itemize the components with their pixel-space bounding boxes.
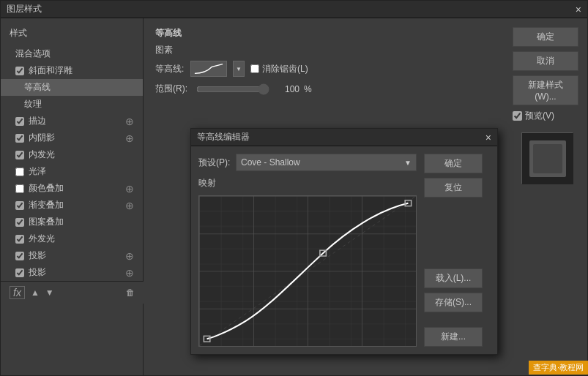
contour-editor-title: 等高线编辑器 (197, 131, 250, 143)
drop-shadow1-plus-icon[interactable]: ⊕ (125, 250, 134, 262)
sidebar-item-drop-shadow-2[interactable]: 投影 ⊕ (1, 264, 143, 281)
contour-reset-button[interactable]: 复位 (424, 178, 483, 198)
sidebar-item-inner-glow[interactable]: 内发光 (1, 146, 143, 163)
sidebar-item-label: 内发光 (29, 148, 55, 161)
svg-rect-2 (533, 144, 562, 173)
contour-editor-close-button[interactable]: × (485, 132, 491, 143)
contour-preview[interactable] (190, 61, 227, 77)
sidebar-item-texture[interactable]: 纹理 (1, 96, 143, 113)
preview-label: 预览(V) (525, 110, 554, 122)
drop-shadow2-plus-icon[interactable]: ⊕ (125, 267, 134, 279)
range-label: 范围(R): (155, 83, 192, 95)
trash-icon[interactable]: 🗑 (126, 287, 135, 298)
contour-row: 等高线: ▼ 消除锯齿(L) (155, 61, 495, 77)
gradient-overlay-plus-icon[interactable]: ⊕ (125, 200, 134, 211)
contour-dropdown-arrow[interactable]: ▼ (233, 61, 245, 77)
range-value: 100 (274, 84, 299, 94)
new-style-button[interactable]: 新建样式(W)... (513, 75, 578, 105)
sidebar-item-label: 混合选项 (15, 48, 51, 60)
sidebar-item-label: 纹理 (24, 98, 42, 110)
contour-confirm-button[interactable]: 确定 (424, 154, 483, 173)
inner-shadow-checkbox[interactable] (15, 134, 24, 143)
sidebar-top-label: 样式 (1, 24, 143, 42)
right-panel: 确定 取消 新建样式(W)... 预览(V) (507, 18, 587, 375)
sidebar: 样式 混合选项 斜面和浮雕 等高线 纹理 描边 ⊕ (1, 18, 144, 375)
confirm-button[interactable]: 确定 (513, 27, 578, 47)
move-down-button[interactable]: ▼ (45, 287, 54, 298)
cancel-button[interactable]: 取消 (513, 51, 578, 71)
inner-glow-checkbox[interactable] (15, 151, 24, 159)
move-up-button[interactable]: ▲ (31, 287, 40, 298)
contour-label: 等高线: (155, 63, 185, 75)
outer-glow-checkbox[interactable] (15, 235, 24, 244)
sidebar-item-label: 光泽 (29, 165, 46, 178)
sidebar-item-inner-shadow[interactable]: 内阴影 ⊕ (1, 129, 143, 146)
contour-editor-body: 预设(P): Cove - Shallow ▼ 映射 (191, 146, 497, 354)
sub-title: 图素 (155, 44, 495, 56)
contour-editor-right: 确定 复位 载入(L)... 存储(S)... 新建... (424, 154, 490, 347)
main-dialog-title: 图层样式 (7, 3, 42, 15)
sidebar-item-label: 外发光 (29, 233, 55, 245)
sidebar-item-drop-shadow-1[interactable]: 投影 ⊕ (1, 247, 143, 264)
percent-label: % (304, 84, 312, 94)
sidebar-item-label: 内阴影 (29, 132, 55, 144)
anti-alias-label: 消除锯齿(L) (262, 63, 308, 75)
gradient-overlay-checkbox[interactable] (15, 201, 24, 210)
sidebar-footer: fx ▲ ▼ 🗑 (1, 281, 144, 304)
satin-checkbox[interactable] (15, 168, 24, 176)
main-close-button[interactable]: × (576, 4, 581, 15)
contour-load-button[interactable]: 载入(L)... (424, 268, 483, 288)
sidebar-item-label: 投影 (29, 266, 46, 279)
sidebar-item-contour[interactable]: 等高线 (1, 79, 143, 96)
sidebar-item-outer-glow[interactable]: 外发光 (1, 230, 143, 247)
drop-shadow1-checkbox[interactable] (15, 252, 24, 260)
sidebar-item-label: 渐变叠加 (29, 199, 64, 211)
curve-canvas[interactable] (198, 195, 417, 347)
sidebar-item-label: 描边 (29, 115, 46, 127)
section-title: 等高线 (155, 27, 495, 40)
preset-value: Cove - Shallow (241, 157, 300, 168)
drop-shadow2-checkbox[interactable] (15, 268, 24, 277)
preview-box (521, 132, 573, 184)
sidebar-item-label: 斜面和浮雕 (29, 64, 72, 77)
sidebar-item-label: 图案叠加 (29, 216, 64, 228)
watermark: 查字典·教程网 (529, 361, 588, 375)
inner-shadow-plus-icon[interactable]: ⊕ (125, 132, 134, 144)
anti-alias-row: 消除锯齿(L) (250, 63, 308, 75)
contour-save-button[interactable]: 存储(S)... (424, 293, 483, 312)
color-overlay-checkbox[interactable] (15, 184, 24, 193)
sidebar-item-label: 投影 (29, 249, 46, 262)
sidebar-item-label: 颜色叠加 (29, 182, 64, 195)
sidebar-item-label: 等高线 (24, 81, 51, 94)
contour-editor-titlebar: 等高线编辑器 × (191, 129, 497, 146)
bevel-emboss-checkbox[interactable] (15, 67, 24, 75)
stroke-checkbox[interactable] (15, 117, 24, 126)
watermark-text: 查字典·教程网 (533, 363, 584, 372)
sidebar-item-stroke[interactable]: 描边 ⊕ (1, 113, 143, 129)
main-titlebar: 图层样式 × (1, 1, 587, 18)
sidebar-item-color-overlay[interactable]: 颜色叠加 ⊕ (1, 180, 143, 197)
contour-editor-dialog: 等高线编辑器 × 预设(P): Cove - Shallow ▼ 映射 (190, 128, 498, 355)
sidebar-item-pattern-overlay[interactable]: 图案叠加 (1, 214, 143, 230)
anti-alias-checkbox[interactable] (250, 64, 259, 73)
stroke-plus-icon[interactable]: ⊕ (125, 116, 134, 127)
fx-label[interactable]: fx (10, 286, 25, 299)
sidebar-item-gradient-overlay[interactable]: 渐变叠加 ⊕ (1, 197, 143, 214)
preview-checkbox[interactable] (513, 111, 522, 121)
preset-row: 预设(P): Cove - Shallow ▼ (198, 154, 417, 171)
pattern-overlay-checkbox[interactable] (15, 218, 24, 227)
sidebar-item-bevel-emboss[interactable]: 斜面和浮雕 (1, 62, 143, 79)
sidebar-item-blend-options[interactable]: 混合选项 (1, 45, 143, 62)
mapping-label: 映射 (198, 177, 417, 189)
range-row: 范围(R): 100 % (155, 83, 495, 95)
color-overlay-plus-icon[interactable]: ⊕ (125, 183, 134, 195)
contour-new-button[interactable]: 新建... (424, 327, 483, 347)
preset-dropdown-icon: ▼ (404, 159, 412, 167)
preset-label: 预设(P): (198, 157, 231, 169)
sidebar-item-satin[interactable]: 光泽 (1, 163, 143, 180)
preset-select[interactable]: Cove - Shallow ▼ (236, 154, 417, 171)
range-slider[interactable] (196, 83, 269, 95)
contour-editor-left: 预设(P): Cove - Shallow ▼ 映射 (198, 154, 417, 347)
preview-row: 预览(V) (513, 110, 581, 122)
